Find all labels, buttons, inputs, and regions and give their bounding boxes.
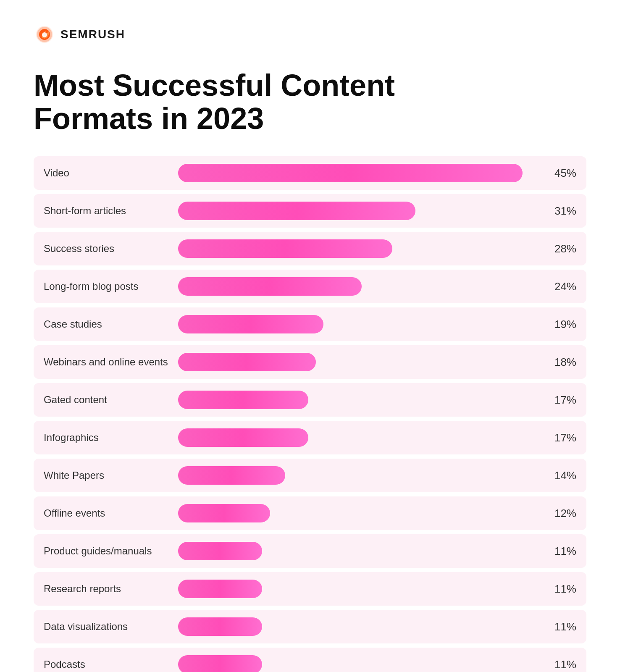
header: SEMRUSH xyxy=(34,25,586,44)
bar-track xyxy=(178,466,543,485)
row-label: Gated content xyxy=(44,394,170,406)
row-label: Success stories xyxy=(44,243,170,255)
bar-fill xyxy=(178,164,523,182)
semrush-logo-icon xyxy=(34,25,55,44)
bar-fill xyxy=(178,580,262,598)
row-label: Webinars and online events xyxy=(44,356,170,368)
chart-row: Infographics17% xyxy=(34,421,586,454)
chart-row: Long-form blog posts24% xyxy=(34,270,586,303)
bar-fill xyxy=(178,202,415,220)
row-value: 11% xyxy=(551,583,576,596)
bar-fill xyxy=(178,504,270,522)
bar-track xyxy=(178,580,543,598)
bar-track xyxy=(178,504,543,522)
bar-fill xyxy=(178,466,285,485)
row-label: Offline events xyxy=(44,507,170,519)
row-value: 11% xyxy=(551,620,576,633)
row-label: Case studies xyxy=(44,318,170,330)
bar-fill xyxy=(178,391,308,409)
bar-track xyxy=(178,391,543,409)
row-value: 11% xyxy=(551,658,576,671)
row-value: 12% xyxy=(551,507,576,520)
chart-row: Success stories28% xyxy=(34,232,586,265)
row-value: 19% xyxy=(551,318,576,331)
row-label: Data visualizations xyxy=(44,621,170,633)
chart-row: Webinars and online events18% xyxy=(34,345,586,379)
row-value: 17% xyxy=(551,394,576,407)
bar-fill xyxy=(178,315,323,333)
row-value: 17% xyxy=(551,431,576,444)
chart-row: Data visualizations11% xyxy=(34,610,586,643)
chart-row: Gated content17% xyxy=(34,383,586,417)
row-value: 24% xyxy=(551,280,576,293)
bar-fill xyxy=(178,277,362,296)
row-label: Video xyxy=(44,167,170,179)
bar-fill xyxy=(178,353,316,371)
chart-row: Video45% xyxy=(34,156,586,190)
bar-track xyxy=(178,353,543,371)
row-value: 14% xyxy=(551,469,576,482)
bar-track xyxy=(178,239,543,258)
chart-row: White Papers14% xyxy=(34,459,586,492)
chart-row: Podcasts11% xyxy=(34,648,586,672)
row-label: White Papers xyxy=(44,470,170,481)
row-value: 45% xyxy=(551,167,576,180)
row-label: Research reports xyxy=(44,583,170,595)
chart-row: Offline events12% xyxy=(34,496,586,530)
bar-track xyxy=(178,277,543,296)
chart-container: Video45%Short-form articles31%Success st… xyxy=(34,156,586,672)
bar-track xyxy=(178,315,543,333)
chart-row: Short-form articles31% xyxy=(34,194,586,228)
bar-fill xyxy=(178,428,308,447)
bar-fill xyxy=(178,239,392,258)
svg-point-3 xyxy=(42,32,47,37)
bar-track xyxy=(178,202,543,220)
bar-track xyxy=(178,164,543,182)
chart-row: Product guides/manuals11% xyxy=(34,534,586,568)
row-label: Short-form articles xyxy=(44,205,170,217)
logo-text: SEMRUSH xyxy=(60,28,125,41)
row-value: 18% xyxy=(551,356,576,369)
row-value: 31% xyxy=(551,205,576,218)
row-label: Product guides/manuals xyxy=(44,545,170,557)
chart-row: Case studies19% xyxy=(34,307,586,341)
row-value: 11% xyxy=(551,545,576,558)
row-value: 28% xyxy=(551,242,576,255)
page-wrapper: SEMRUSH Most Successful Content Formats … xyxy=(0,0,620,672)
main-title: Most Successful Content Formats in 2023 xyxy=(34,69,586,135)
bar-track xyxy=(178,428,543,447)
bar-fill xyxy=(178,655,262,672)
bar-track xyxy=(178,617,543,636)
chart-row: Research reports11% xyxy=(34,572,586,606)
bar-fill xyxy=(178,542,262,560)
bar-fill xyxy=(178,617,262,636)
bar-track xyxy=(178,655,543,672)
bar-track xyxy=(178,542,543,560)
row-label: Podcasts xyxy=(44,659,170,670)
row-label: Long-form blog posts xyxy=(44,281,170,292)
row-label: Infographics xyxy=(44,432,170,444)
